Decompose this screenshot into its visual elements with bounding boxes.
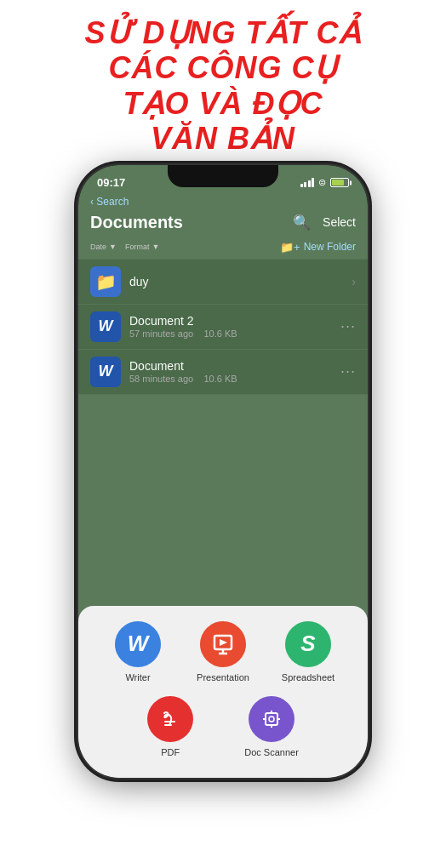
file-list: 📁 duy › W Document 2 57 minutes ago 10.6… [78, 259, 368, 606]
file-meta-doc2: 57 minutes ago 10.6 KB [129, 328, 340, 339]
tool-spreadsheet[interactable]: S Spreadsheet [266, 621, 351, 682]
presentation-label: Presentation [197, 672, 249, 682]
battery-icon [330, 178, 349, 187]
tools-grid-top: W Writer Presentation [95, 621, 351, 682]
more-icon-doc2[interactable]: ··· [340, 317, 356, 335]
promo-line1: SỬ DỤNG TẤT CẢ [85, 15, 362, 50]
tool-writer[interactable]: W Writer [95, 621, 180, 682]
tool-pdf[interactable]: PDF [147, 696, 193, 757]
svg-rect-4 [266, 713, 277, 725]
file-item-doc1[interactable]: W Document 58 minutes ago 10.6 KB ··· [78, 350, 368, 395]
signal-icon [300, 178, 315, 187]
doc-scanner-label: Doc Scanner [244, 747, 299, 757]
app-title: Documents [90, 213, 183, 232]
writer-label: Writer [125, 672, 150, 682]
status-icons: ⊜ [300, 177, 350, 188]
more-icon-doc1[interactable]: ··· [340, 363, 356, 380]
svg-point-5 [269, 717, 274, 722]
filter-bar: Date ▼ Format ▼ 📁+ New Folder [78, 237, 368, 259]
file-name-duy: duy [129, 275, 352, 288]
tools-grid-bottom: PDF Doc Scanner [95, 696, 351, 757]
doc-scanner-icon [249, 696, 294, 742]
notch [168, 165, 278, 187]
file-item-duy[interactable]: 📁 duy › [78, 259, 368, 305]
pdf-icon [147, 696, 193, 742]
promo-line2: CÁC CÔNG CỤ [109, 50, 338, 85]
app-header: Documents 🔍 Select [78, 209, 368, 237]
doc-icon-2: W [90, 311, 121, 342]
new-folder-button[interactable]: 📁+ New Folder [280, 241, 356, 254]
header-actions: 🔍 Select [293, 214, 356, 231]
back-nav[interactable]: Search [78, 194, 368, 209]
promo-header: SỬ DỤNG TẤT CẢ CÁC CÔNG CỤ TẠO VÀ ĐỌC VĂ… [60, 0, 387, 165]
filter-left: Date ▼ Format ▼ [90, 243, 159, 251]
tool-presentation[interactable]: Presentation [180, 621, 266, 682]
file-info-doc1: Document 58 minutes ago 10.6 KB [129, 359, 340, 384]
format-filter-button[interactable]: Format ▼ [125, 243, 159, 251]
file-info-duy: duy [129, 275, 352, 288]
writer-icon: W [115, 621, 161, 667]
wifi-icon: ⊜ [318, 177, 326, 188]
select-button[interactable]: Select [323, 215, 356, 229]
file-info-doc2: Document 2 57 minutes ago 10.6 KB [129, 314, 340, 339]
presentation-icon [200, 621, 246, 667]
tool-doc-scanner[interactable]: Doc Scanner [244, 696, 299, 757]
doc-icon-1: W [90, 357, 121, 387]
bottom-sheet: W Writer Presentation [78, 606, 368, 778]
svg-marker-3 [220, 639, 227, 646]
date-filter-button[interactable]: Date ▼ [90, 243, 117, 251]
promo-line4: VĂN BẢN [151, 121, 295, 156]
chevron-right-icon: › [352, 275, 356, 288]
spreadsheet-icon: S [285, 621, 331, 667]
file-name-doc1: Document [129, 359, 340, 373]
file-name-doc2: Document 2 [129, 314, 340, 328]
spreadsheet-label: Spreadsheet [282, 672, 334, 682]
status-time: 09:17 [97, 176, 125, 189]
folder-icon: 📁 [90, 266, 121, 297]
file-meta-doc1: 58 minutes ago 10.6 KB [129, 374, 340, 384]
search-icon[interactable]: 🔍 [293, 214, 311, 231]
file-item-doc2[interactable]: W Document 2 57 minutes ago 10.6 KB ··· [78, 305, 368, 350]
phone-screen: 09:17 ⊜ Search Documents 🔍 Sele [78, 165, 368, 778]
pdf-label: PDF [161, 747, 180, 757]
folder-plus-icon: 📁+ [280, 241, 300, 254]
phone-frame: 09:17 ⊜ Search Documents 🔍 Sele [78, 165, 368, 778]
promo-line3: TẠO VÀ ĐỌC [123, 86, 323, 121]
